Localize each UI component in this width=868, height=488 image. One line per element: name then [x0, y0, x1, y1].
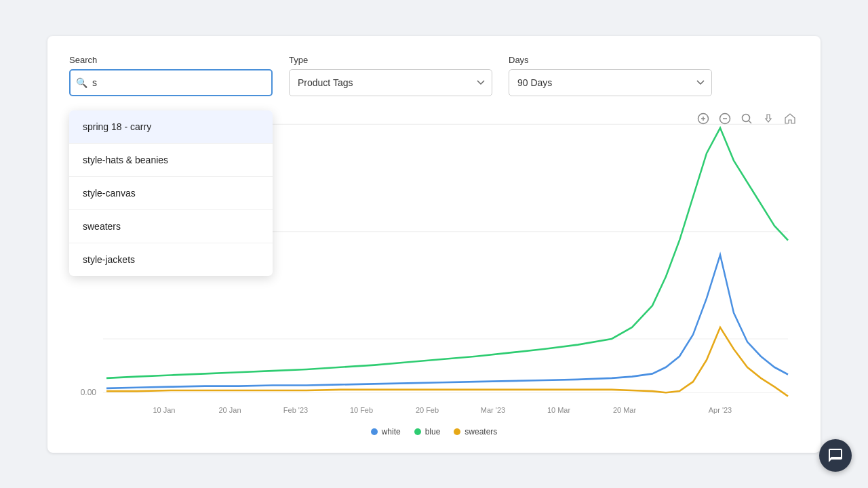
days-select[interactable]: 30 Days 60 Days 90 Days 180 Days 365 Day… [509, 69, 712, 96]
dropdown-item-4[interactable]: style-jackets [69, 243, 273, 276]
svg-text:10 Feb: 10 Feb [350, 405, 373, 413]
pan-button[interactable] [760, 110, 777, 127]
zoom-select-button[interactable] [738, 110, 755, 127]
zoom-in-button[interactable] [694, 110, 712, 127]
svg-point-5 [743, 114, 750, 121]
legend-dot-white [371, 428, 378, 435]
svg-text:20 Feb: 20 Feb [416, 405, 439, 413]
days-group: Days 30 Days 60 Days 90 Days 180 Days 36… [509, 55, 712, 96]
dropdown-item-0[interactable]: spring 18 - carry [69, 110, 273, 144]
legend-label-blue: blue [425, 427, 441, 436]
svg-text:Mar '23: Mar '23 [481, 405, 505, 413]
chart-legend: white blue sweaters [69, 427, 799, 436]
svg-text:0.00: 0.00 [81, 388, 96, 397]
svg-text:10 Jan: 10 Jan [153, 405, 176, 413]
legend-label-white: white [382, 427, 401, 436]
type-label: Type [289, 55, 492, 65]
chart-toolbar [694, 110, 799, 127]
svg-text:Apr '23: Apr '23 [709, 405, 732, 413]
type-group: Type Product Tags Product Collections Pr… [289, 55, 492, 96]
main-container: Search 🔍 Type Product Tags Product Colle… [0, 0, 868, 488]
dropdown-item-2[interactable]: style-canvas [69, 177, 273, 210]
legend-blue: blue [414, 427, 441, 436]
zoom-out-button[interactable] [716, 110, 734, 127]
home-button[interactable] [781, 110, 799, 127]
legend-sweaters: sweaters [454, 427, 497, 436]
svg-text:20 Mar: 20 Mar [613, 405, 636, 413]
legend-dot-blue [414, 428, 421, 435]
chat-button[interactable] [819, 439, 852, 472]
legend-dot-sweaters [454, 428, 460, 435]
search-group: Search 🔍 [69, 55, 273, 96]
dropdown-item-3[interactable]: sweaters [69, 210, 273, 243]
legend-label-sweaters: sweaters [465, 427, 497, 436]
svg-line-6 [749, 121, 751, 123]
search-label: Search [69, 55, 273, 65]
search-input[interactable] [69, 69, 273, 96]
dropdown-item-1[interactable]: style-hats & beanies [69, 144, 273, 177]
days-label: Days [509, 55, 712, 65]
card: Search 🔍 Type Product Tags Product Colle… [47, 36, 821, 453]
svg-text:20 Jan: 20 Jan [219, 405, 241, 413]
controls-row: Search 🔍 Type Product Tags Product Colle… [69, 55, 799, 96]
svg-text:10 Mar: 10 Mar [547, 405, 570, 413]
type-select[interactable]: Product Tags Product Collections Product… [289, 69, 492, 96]
search-wrapper: 🔍 [69, 69, 273, 96]
search-dropdown: spring 18 - carry style-hats & beanies s… [69, 110, 273, 276]
svg-text:Feb '23: Feb '23 [283, 405, 308, 413]
legend-white: white [371, 427, 401, 436]
